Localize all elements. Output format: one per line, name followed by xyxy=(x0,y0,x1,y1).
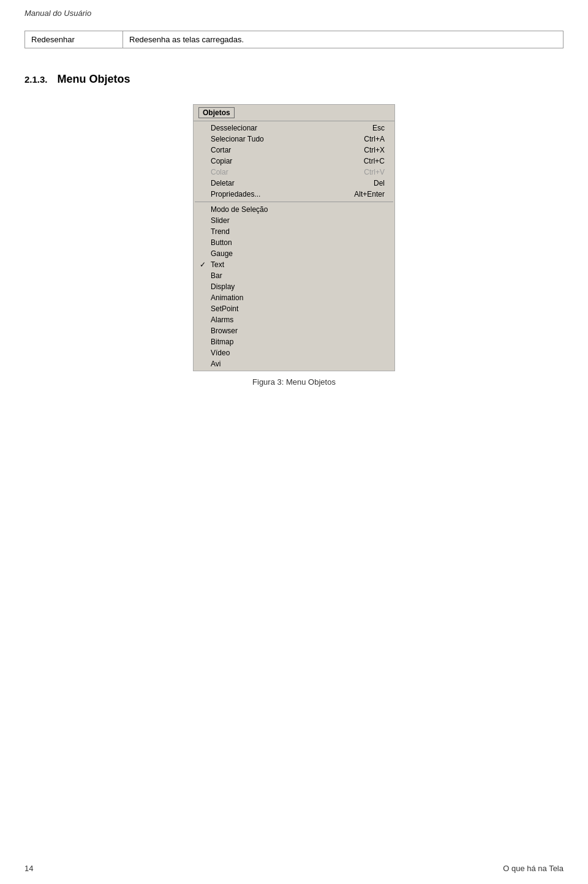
header-label: Manual do Usuário xyxy=(24,9,91,18)
menu-item-avi[interactable]: Avi xyxy=(194,358,394,369)
menu-item-label: Selecionar Tudo xyxy=(211,135,264,143)
menu-item-alarms[interactable]: Alarms xyxy=(194,314,394,325)
menu-item-button[interactable]: Button xyxy=(194,237,394,248)
menu-item-label: Alarms xyxy=(211,315,233,324)
menu-item-shortcut: Ctrl+X xyxy=(364,146,385,154)
menu-item-copiar[interactable]: Copiar Ctrl+C xyxy=(194,156,394,167)
menu-item-label: Bar xyxy=(211,271,222,280)
menu-item-shortcut: Alt+Enter xyxy=(354,190,385,198)
redesenhar-description-cell: Redesenha as telas carregadas. xyxy=(123,31,564,48)
menu-item-label: Trend xyxy=(211,227,230,236)
menu-titlebar: Objetos xyxy=(194,105,394,121)
menu-item-display[interactable]: Display xyxy=(194,281,394,292)
menu-item-shortcut: Ctrl+C xyxy=(364,157,385,165)
menu-body-group1: Desselecionar Esc Selecionar Tudo Ctrl+A… xyxy=(194,121,394,371)
menu-item-label: Vídeo xyxy=(211,349,230,357)
menu-item-browser[interactable]: Browser xyxy=(194,325,394,336)
menu-item-animation[interactable]: Animation xyxy=(194,292,394,303)
menu-item-gauge[interactable]: Gauge xyxy=(194,248,394,259)
redesenhar-description: Redesenha as telas carregadas. xyxy=(129,35,244,44)
menu-item-label: Avi xyxy=(211,360,221,368)
menu-item-text[interactable]: Text xyxy=(194,259,394,270)
menu-item-colar[interactable]: Colar Ctrl+V xyxy=(194,167,394,178)
menu-item-bar[interactable]: Bar xyxy=(194,270,394,281)
menu-item-label: Bitmap xyxy=(211,338,233,346)
menu-item-label: Gauge xyxy=(211,249,233,258)
menu-item-label: Colar xyxy=(211,168,228,176)
section-title: Menu Objetos xyxy=(58,73,130,86)
menu-item-bitmap[interactable]: Bitmap xyxy=(194,336,394,347)
footer-page-number: 14 xyxy=(24,864,33,873)
menu-item-label: Propriedades... xyxy=(211,190,260,198)
menu-item-label: Copiar xyxy=(211,157,232,165)
redesenhar-button-label: Redesenhar xyxy=(31,35,75,44)
menu-item-label: Modo de Seleção xyxy=(211,205,268,214)
page-content: Redesenhar Redesenha as telas carregadas… xyxy=(0,0,588,387)
menu-item-deletar[interactable]: Deletar Del xyxy=(194,178,394,189)
page-footer: 14 O que há na Tela xyxy=(0,864,588,873)
menu-separator xyxy=(195,202,393,202)
footer-section-label: O que há na Tela xyxy=(503,864,564,873)
menu-item-modo-selecao[interactable]: Modo de Seleção xyxy=(194,204,394,215)
menu-item-shortcut: Esc xyxy=(372,124,385,132)
menu-item-label: Cortar xyxy=(211,146,231,154)
section-heading: 2.1.3. Menu Objetos xyxy=(24,73,564,86)
figure-caption: Figura 3: Menu Objetos xyxy=(252,377,336,387)
section-number: 2.1.3. xyxy=(24,74,48,85)
redesenhar-button-cell: Redesenhar xyxy=(25,31,123,48)
menu-item-cortar[interactable]: Cortar Ctrl+X xyxy=(194,145,394,156)
menu-item-shortcut: Ctrl+A xyxy=(364,135,385,143)
page-header: Manual do Usuário xyxy=(24,9,91,18)
menu-item-label: Deletar xyxy=(211,179,235,187)
menu-item-label: Display xyxy=(211,282,235,291)
menu-item-desselecionar[interactable]: Desselecionar Esc xyxy=(194,123,394,134)
menu-item-slider[interactable]: Slider xyxy=(194,215,394,226)
menu-item-label: Desselecionar xyxy=(211,124,257,132)
menu-figure-container: Objetos Desselecionar Esc Selecionar Tud… xyxy=(24,104,564,387)
menu-item-propriedades[interactable]: Propriedades... Alt+Enter xyxy=(194,189,394,200)
menu-item-video[interactable]: Vídeo xyxy=(194,347,394,358)
menu-title: Objetos xyxy=(198,107,235,118)
menu-item-trend[interactable]: Trend xyxy=(194,226,394,237)
menu-item-label: Button xyxy=(211,238,232,247)
menu-item-label: Text xyxy=(211,260,224,269)
menu-item-shortcut: Del xyxy=(374,179,385,187)
menu-item-shortcut: Ctrl+V xyxy=(364,168,385,176)
menu-item-label: Browser xyxy=(211,327,238,335)
menu-item-label: Slider xyxy=(211,216,230,225)
menu-item-label: SetPoint xyxy=(211,304,238,313)
redesenhar-table: Redesenhar Redesenha as telas carregadas… xyxy=(24,31,564,48)
menu-item-label: Animation xyxy=(211,293,243,302)
menu-item-selecionar-tudo[interactable]: Selecionar Tudo Ctrl+A xyxy=(194,134,394,145)
menu-item-setpoint[interactable]: SetPoint xyxy=(194,303,394,314)
menu-screenshot: Objetos Desselecionar Esc Selecionar Tud… xyxy=(193,104,395,371)
